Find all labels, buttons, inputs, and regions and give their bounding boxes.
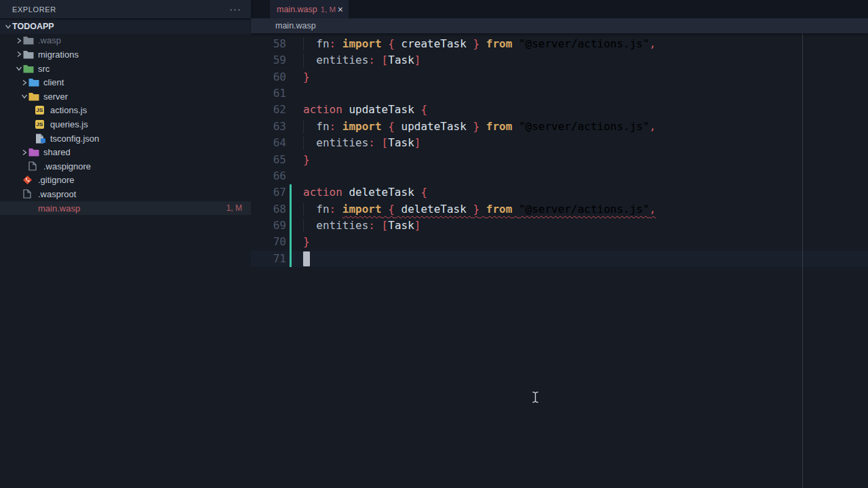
tab-main-wasp[interactable]: main.wasp 1, M ×: [270, 0, 349, 18]
tree-item-todoapp[interactable]: TODOAPP: [0, 20, 251, 34]
error-squiggle-token: deleteTask: [395, 203, 473, 216]
editor-pane: main.wasp 1, M × main.wasp 58 fn: import…: [251, 0, 868, 488]
explorer-title: EXPLORER: [12, 5, 56, 14]
text-cursor: [303, 251, 310, 266]
code-token: ]: [414, 54, 421, 66]
code-line-64[interactable]: 64 entities: [Task]: [251, 135, 868, 151]
tree-item-shared[interactable]: shared: [0, 145, 251, 159]
more-actions-icon[interactable]: ···: [230, 6, 242, 13]
code-line-67[interactable]: 67action deleteTask {: [251, 184, 868, 201]
tree-item-queries-js[interactable]: JSqueries.js: [0, 117, 251, 131]
code-line-62[interactable]: 62action updateTask {: [251, 102, 868, 118]
tree-item-wasp[interactable]: .wasp: [0, 34, 251, 48]
tree-item-src[interactable]: src: [0, 62, 251, 76]
tree-item-main-wasp[interactable]: main.wasp1, M: [0, 201, 251, 216]
code-token: import: [342, 120, 382, 133]
code-token: :: [368, 219, 375, 232]
code-line-59[interactable]: 59 entities: [Task]: [251, 52, 868, 68]
chevron-down-icon[interactable]: [3, 22, 12, 31]
close-icon[interactable]: ×: [338, 5, 343, 14]
git-change-bar: [290, 218, 292, 234]
code-token: updateTask: [395, 120, 473, 133]
folder-client-icon: [28, 77, 43, 88]
code-token: [382, 120, 389, 133]
code-line-66[interactable]: 66: [251, 168, 868, 184]
tree-item-label: tsconfig.json: [50, 134, 99, 144]
code-token: }: [303, 153, 310, 166]
code-token: [375, 136, 382, 149]
tree-item-wasproot[interactable]: .wasproot: [0, 187, 251, 201]
chevron-spacer: [26, 119, 35, 129]
tree-item-label: shared: [43, 147, 71, 157]
code-line-58[interactable]: 58 fn: import { createTask } from "@serv…: [251, 36, 868, 52]
git-file-icon: [23, 175, 38, 186]
tree-item-waspignore[interactable]: .waspignore: [0, 159, 251, 174]
code-token: }: [473, 37, 479, 50]
code-token: "@server/actions.js": [519, 37, 650, 50]
code-token: [479, 37, 486, 50]
git-change-bar: [290, 234, 292, 250]
tree-item-client[interactable]: client: [0, 75, 251, 89]
tree-item-tsconfig-json[interactable]: tsconfig.json: [0, 131, 251, 146]
chevron-right-icon[interactable]: [14, 49, 23, 59]
chevron-spacer: [26, 106, 35, 115]
tree-item-actions-js[interactable]: JSactions.js: [0, 104, 251, 118]
folder-default-icon: [23, 49, 38, 60]
chevron-spacer: [14, 189, 23, 199]
line-number: 67: [251, 184, 286, 201]
code-line-70[interactable]: 70}: [251, 234, 868, 250]
chevron-spacer: [26, 134, 35, 143]
breadcrumb[interactable]: main.wasp: [251, 18, 868, 33]
js-file-icon: JS: [35, 105, 50, 116]
js-file-icon: JS: [35, 119, 50, 129]
line-number: 70: [251, 234, 286, 250]
code-token: ,: [650, 120, 656, 133]
line-number: 69: [251, 218, 286, 234]
code-line-60[interactable]: 60}: [251, 69, 868, 85]
tree-item-label: main.wasp: [38, 203, 80, 214]
indent-guide: [303, 136, 304, 150]
breadcrumb-file[interactable]: main.wasp: [275, 21, 316, 30]
tree-item-gitignore[interactable]: .gitignore: [0, 174, 251, 188]
code-line-68[interactable]: 68 fn: import { deleteTask } from "@serv…: [251, 201, 868, 218]
chevron-right-icon[interactable]: [20, 148, 28, 157]
tree-item-migrations[interactable]: migrations: [0, 47, 251, 62]
git-change-bar: [290, 184, 292, 201]
chevron-down-icon[interactable]: [14, 64, 23, 73]
code-token: }: [303, 235, 310, 248]
chevron-right-icon[interactable]: [20, 78, 28, 87]
chevron-down-icon[interactable]: [20, 92, 28, 101]
code-line-65[interactable]: 65}: [251, 152, 868, 168]
code-line-61[interactable]: 61: [251, 85, 868, 102]
tab-bar: main.wasp 1, M ×: [251, 0, 868, 18]
code-token: {: [388, 37, 395, 50]
chevron-right-icon[interactable]: [14, 36, 23, 45]
line-number: 62: [251, 102, 286, 118]
code-token: entities: [303, 136, 368, 149]
code-token: [479, 120, 486, 133]
code-token: ]: [414, 219, 421, 232]
code-line-71[interactable]: 71: [251, 251, 868, 267]
indent-guide: [303, 219, 304, 232]
tree-item-label: src: [38, 64, 50, 74]
folder-src-icon: [23, 63, 38, 74]
code-line-69[interactable]: 69 entities: [Task]: [251, 218, 868, 234]
code-line-63[interactable]: 63 fn: import { updateTask } from "@serv…: [251, 119, 868, 135]
error-squiggle-token: [479, 203, 486, 216]
tree-item-label: actions.js: [50, 105, 87, 115]
code-token: createTask: [395, 37, 473, 50]
tab-label: main.wasp: [277, 5, 317, 14]
tree-item-server[interactable]: server: [0, 89, 251, 104]
code-token: [: [382, 219, 389, 232]
folder-shared-icon: [28, 147, 43, 158]
code-token: Task: [388, 54, 414, 66]
error-squiggle-token: [512, 203, 519, 216]
code-token: "@server/actions.js": [519, 120, 650, 133]
code-token: {: [388, 120, 395, 133]
code-area[interactable]: 58 fn: import { createTask } from "@serv…: [251, 33, 868, 488]
file-tree: TODOAPP.waspmigrationssrcclientserverJSa…: [0, 20, 251, 215]
tree-item-label: .wasp: [38, 35, 61, 45]
chevron-spacer: [14, 176, 23, 185]
chevron-spacer: [20, 161, 28, 171]
folder-wasp-icon: [23, 35, 38, 46]
